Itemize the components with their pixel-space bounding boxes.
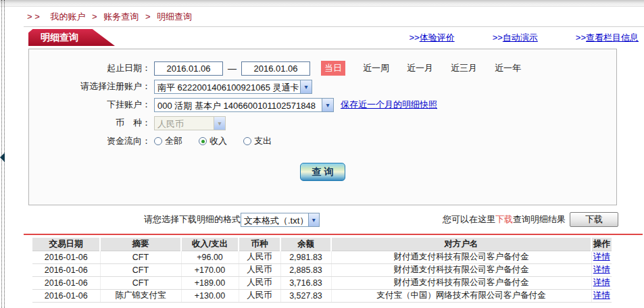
radio-all[interactable]: 全部 bbox=[154, 135, 182, 147]
download-format-label: 请您选择下载明细的格式 bbox=[144, 213, 241, 226]
download-hint-after: 查询明细结果 bbox=[513, 213, 566, 226]
radio-expense[interactable]: 支出 bbox=[243, 135, 272, 147]
breadcrumb-item-my-account[interactable]: 我的账户 bbox=[50, 11, 85, 22]
table-row: 2016-01-06 CFT +189.00 人民币 3,716.83 财付通支… bbox=[32, 276, 612, 289]
download-row: 请您选择下载明细的格式 文本格式（.txt） ▾ 您可以在这里下载查询明细结果 … bbox=[24, 211, 643, 228]
chevron-down-icon: ▾ bbox=[308, 213, 319, 226]
transaction-table: 交易日期 摘要 收入/支出 币种 余额 对方户名 操作 2016-01-06 C… bbox=[32, 238, 612, 303]
download-format-select[interactable]: 文本格式（.txt） ▾ bbox=[241, 213, 320, 227]
fund-flow-label: 资金流向： bbox=[29, 135, 154, 147]
breadcrumb: > > 我的账户 > 账务查询 > 明细查询 bbox=[27, 11, 644, 23]
breadcrumb-item-detail-query: 明细查询 bbox=[157, 11, 192, 22]
header-links: >>体验评价 >>自动演示 >>查看栏目信息 bbox=[409, 32, 639, 44]
tab-label: 明细查询 bbox=[41, 32, 78, 43]
detail-link[interactable]: 详情 bbox=[593, 265, 610, 274]
download-format-group: 请您选择下载明细的格式 文本格式（.txt） ▾ bbox=[144, 213, 320, 227]
link-experience-review[interactable]: >>体验评价 bbox=[409, 32, 454, 44]
table-header-row: 交易日期 摘要 收入/支出 币种 余额 对方户名 操作 bbox=[32, 238, 612, 251]
detail-link[interactable]: 详情 bbox=[593, 278, 610, 287]
chevron-down-icon: ▾ bbox=[214, 117, 225, 130]
header-balance: 余额 bbox=[280, 238, 331, 251]
register-account-row: 请选择注册账户： 南平 6222001406100921065 灵通卡 ▾ bbox=[29, 79, 616, 94]
header-action: 操作 bbox=[591, 238, 612, 251]
register-account-select[interactable]: 南平 6222001406100921065 灵通卡 ▾ bbox=[154, 80, 312, 94]
header-summary: 摘要 bbox=[100, 238, 181, 251]
radio-income[interactable]: 收入 bbox=[199, 135, 227, 147]
date-to-input[interactable] bbox=[241, 61, 310, 76]
radio-checked-icon bbox=[199, 137, 207, 145]
download-hint-before: 您可以在这里 bbox=[443, 213, 495, 226]
table-row: 2016-01-06 CFT +96.00 人民币 2,981.83 财付通支付… bbox=[32, 251, 612, 263]
query-button[interactable]: 查 询 bbox=[300, 163, 345, 181]
quick-range-week[interactable]: 近一周 bbox=[363, 62, 389, 74]
top-gradient-bar bbox=[0, 0, 644, 7]
radio-icon bbox=[243, 137, 251, 145]
chevron-down-icon: ▾ bbox=[300, 80, 312, 93]
query-form-panel: 起止日期： — 当日 近一周 近一月 近三月 近一年 请选择注册账户： 南平 6… bbox=[28, 49, 617, 205]
currency-select-disabled: 人民币 ▾ bbox=[154, 116, 226, 130]
date-from-input[interactable] bbox=[154, 61, 223, 76]
query-button-row: 查 询 bbox=[29, 163, 616, 181]
download-button[interactable]: 下载 bbox=[570, 212, 618, 227]
table-row: 2016-01-06 陈广锦支付宝 +130.00 人民币 3,527.83 支… bbox=[32, 289, 612, 302]
header-counterparty: 对方户名 bbox=[331, 238, 591, 251]
link-view-column-info[interactable]: >>查看栏目信息 bbox=[576, 32, 639, 44]
link-auto-demo[interactable]: >>自动演示 bbox=[493, 32, 538, 44]
table-row: 2016-01-06 CFT +170.00 人民币 2,885.83 财付通支… bbox=[32, 263, 612, 276]
currency-row: 币 种： 人民币 ▾ bbox=[29, 116, 616, 130]
fund-flow-radio-group: 全部 收入 支出 bbox=[154, 135, 288, 147]
panel-collapse-arrow-icon[interactable] bbox=[0, 153, 5, 162]
header-date: 交易日期 bbox=[32, 238, 100, 251]
main-content: 明细查询 >>体验评价 >>自动演示 >>查看栏目信息 起止日期： — 当日 近… bbox=[24, 29, 643, 303]
table-divider bbox=[24, 234, 643, 235]
tab-detail-query[interactable]: 明细查询 bbox=[28, 29, 115, 46]
download-hint-link[interactable]: 下载 bbox=[495, 213, 513, 226]
detail-link[interactable]: 详情 bbox=[593, 290, 610, 300]
quick-range-year[interactable]: 近一年 bbox=[495, 62, 521, 74]
sub-account-select[interactable]: 000 活期 基本户 1406600101102571848 ▾ bbox=[154, 98, 334, 112]
breadcrumb-divider bbox=[24, 26, 644, 27]
currency-label: 币 种： bbox=[29, 117, 154, 129]
header-amount: 收入/支出 bbox=[181, 238, 239, 251]
today-button[interactable]: 当日 bbox=[321, 61, 345, 76]
register-account-label: 请选择注册账户： bbox=[29, 80, 154, 93]
fund-flow-row: 资金流向： 全部 收入 支出 bbox=[29, 134, 616, 149]
download-hint-group: 您可以在这里下载查询明细结果 下载 bbox=[443, 212, 618, 227]
save-snapshot-link[interactable]: 保存近一个月的明细快照 bbox=[341, 99, 437, 111]
date-range-row: 起止日期： — 当日 近一周 近一月 近三月 近一年 bbox=[29, 61, 616, 76]
detail-link[interactable]: 详情 bbox=[593, 252, 610, 261]
radio-icon bbox=[154, 137, 162, 145]
quick-range-month[interactable]: 近一月 bbox=[407, 62, 433, 74]
header-currency: 币种 bbox=[239, 238, 280, 251]
sub-account-label: 下挂账户： bbox=[29, 99, 154, 111]
breadcrumb-separator: > bbox=[145, 11, 151, 22]
page: > > 我的账户 > 账务查询 > 明细查询 明细查询 >>体验评价 >>自动演… bbox=[0, 0, 644, 308]
quick-range-3months[interactable]: 近三月 bbox=[451, 62, 477, 74]
tab-row: 明细查询 >>体验评价 >>自动演示 >>查看栏目信息 bbox=[24, 29, 643, 47]
date-separator: — bbox=[228, 63, 237, 74]
breadcrumb-separator: > bbox=[92, 11, 97, 22]
sub-account-row: 下挂账户： 000 活期 基本户 1406600101102571848 ▾ 保… bbox=[29, 97, 616, 112]
breadcrumb-item-account-query[interactable]: 账务查询 bbox=[103, 11, 139, 22]
breadcrumb-prefix: > > bbox=[27, 11, 40, 22]
chevron-down-icon: ▾ bbox=[322, 99, 333, 111]
date-range-label: 起止日期： bbox=[29, 62, 154, 74]
